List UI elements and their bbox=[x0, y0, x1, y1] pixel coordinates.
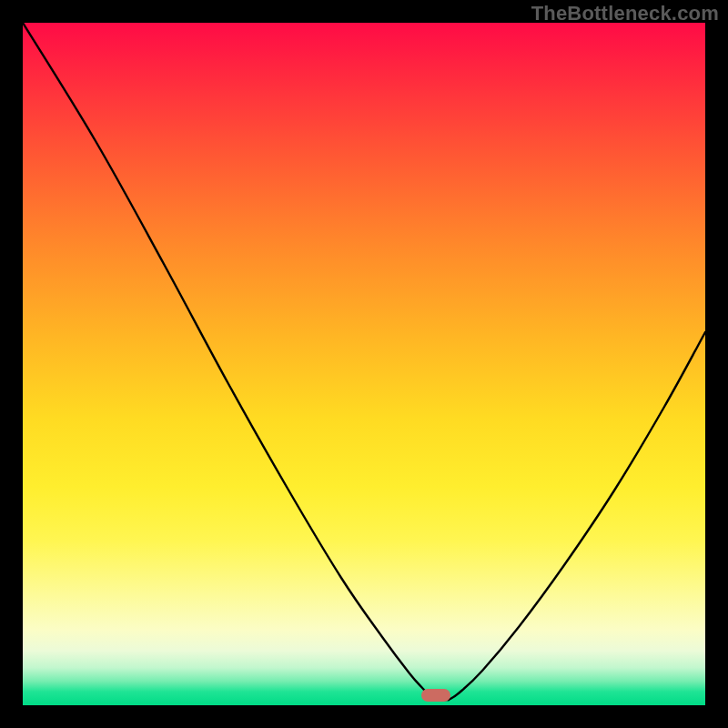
curve-right bbox=[449, 332, 705, 700]
curve-left bbox=[23, 23, 434, 700]
chart-frame: TheBottleneck.com bbox=[0, 0, 728, 728]
plot-area bbox=[23, 23, 705, 705]
watermark-text: TheBottleneck.com bbox=[531, 2, 719, 25]
curve-layer bbox=[23, 23, 705, 705]
bottleneck-marker bbox=[421, 689, 450, 702]
